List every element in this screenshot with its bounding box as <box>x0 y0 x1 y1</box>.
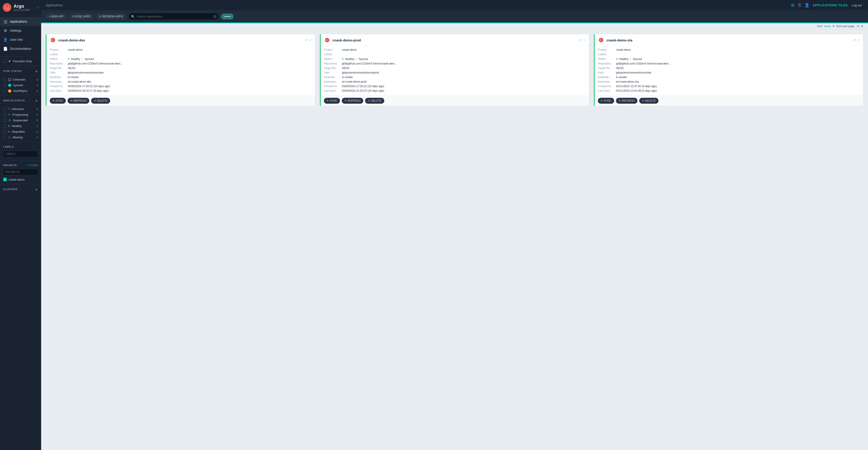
svg-text:A: A <box>52 39 53 41</box>
sidebar-logo-text: Argo v2.8.4+c279299 <box>13 4 30 11</box>
projects-clear-button[interactable]: ✕ CLEAR <box>27 164 38 167</box>
health-healthy-checkbox[interactable] <box>3 124 6 128</box>
card-row-dest-prod: Destinati... in-cluster <box>324 75 586 80</box>
logout-button[interactable]: Log out <box>850 3 864 8</box>
path-label-sta: Path: <box>598 71 616 74</box>
project-item-cnask-demo[interactable]: ✓ cnask-demo <box>0 176 41 182</box>
sidebar-item-user-info[interactable]: 👤 User Info <box>0 35 41 44</box>
delete-dev-label: DELETE <box>97 99 107 102</box>
app-card-cnask-demo-sta-header: A cnask-demo-sta ↗ ☆ <box>595 34 863 45</box>
health-filter-suspended[interactable]: ⏸ Suspended 0 <box>0 117 41 123</box>
health-filter-progressing[interactable]: ↻ Progressing 0 <box>0 112 41 117</box>
health-filter-unknown[interactable]: ? Unknown 0 <box>0 106 41 112</box>
path-value-sta: gitops/environments/envs/sta <box>616 71 651 74</box>
health-missing-label: Missing <box>13 136 33 139</box>
clear-label: CLEAR <box>30 164 38 167</box>
table-view-button[interactable]: ☰ <box>797 2 802 8</box>
actionbar: + NEW APP ↻ SYNC APPS ↻ REFRESH APPS 🔍 /… <box>41 11 868 22</box>
card-row-target-dev: Target Re.. HEAD <box>50 66 312 71</box>
items-per-page-value[interactable]: 10 <box>857 25 860 28</box>
user-view-button[interactable]: 👤 <box>804 2 810 8</box>
grid-view-button[interactable]: ⊞ <box>790 2 796 8</box>
open-app-dev-button[interactable]: ↗ <box>305 38 308 42</box>
clusters-header[interactable]: CLUSTERS ▲ <box>3 188 38 191</box>
labels-header[interactable]: LABELS <box>3 145 38 148</box>
health-progressing-checkbox[interactable] <box>3 113 6 116</box>
sort-value[interactable]: name <box>824 25 831 28</box>
sync-sta-button[interactable]: ↻ SYNC <box>598 98 614 104</box>
new-app-button[interactable]: + NEW APP <box>46 13 67 20</box>
refresh-dev-button[interactable]: ↻ REFRESH <box>68 98 89 104</box>
favorite-sta-button[interactable]: ☆ <box>857 38 860 42</box>
sidebar-item-user-info-label: User Info <box>10 38 23 41</box>
labels-label-prod: Labels: <box>324 53 342 56</box>
health-missing-checkbox[interactable] <box>3 136 6 139</box>
sync-outofsync-checkbox[interactable] <box>3 89 6 92</box>
refresh-sta-button[interactable]: ↻ REFRESH <box>616 98 638 104</box>
sync-filter-synced[interactable]: ✓ Synced 3 <box>0 82 41 88</box>
sync-prod-label: SYNC <box>330 99 337 102</box>
delete-sta-button[interactable]: ✕ DELETE <box>639 98 658 104</box>
sync-filter-outofsync[interactable]: ↑ OutOfSync 0 <box>0 88 41 94</box>
refresh-apps-button[interactable]: ↻ REFRESH APPS <box>96 13 126 20</box>
app-card-cnask-demo-dev-body: Project: cnask-demo Labels: Status: ♥ He… <box>46 45 315 95</box>
labels-section: LABELS <box>0 143 41 159</box>
items-per-page-label: Items per page: <box>836 25 855 28</box>
sync-synced-checkbox[interactable] <box>3 84 6 87</box>
health-filter-degraded[interactable]: ♥ Degraded 0 <box>0 129 41 135</box>
card-row-repo-dev: Repository: git@github.com:CGDevX-Demo/c… <box>50 61 312 66</box>
status-label-dev: Status: <box>50 57 68 60</box>
sidebar-item-settings[interactable]: ⚙ Settings <box>0 26 41 35</box>
sort-arrow-icon: ▼ <box>832 25 835 28</box>
delete-prod-button[interactable]: ✕ DELETE <box>365 98 384 104</box>
health-status-toggle-icon: ▲ <box>35 99 38 102</box>
health-unknown-checkbox[interactable] <box>3 108 6 111</box>
health-suspended-icon: ⏸ <box>8 119 11 122</box>
favorite-dev-button[interactable]: ☆ <box>309 38 312 42</box>
sidebar-item-applications[interactable]: ◫ Applications <box>0 17 41 26</box>
dest-value-sta: in-cluster <box>616 76 627 79</box>
project-label-sta: Project: <box>598 48 616 51</box>
namespace-filter-button[interactable]: ━━━━ <box>221 13 234 20</box>
sync-unknown-checkbox[interactable] <box>3 78 6 81</box>
card-row-dest-sta: Destinati... in-cluster <box>598 75 860 80</box>
health-filter-missing[interactable]: ⚠ Missing 0 <box>0 135 41 140</box>
open-app-sta-button[interactable]: ↗ <box>853 38 856 42</box>
sync-filter-unknown[interactable]: Unknown 0 <box>0 77 41 82</box>
project-cnask-demo-checkbox[interactable]: ✓ <box>3 178 7 181</box>
refresh-prod-icon: ↻ <box>344 99 347 102</box>
health-degraded-count: 0 <box>35 131 38 133</box>
search-wrapper: 🔍 / <box>128 13 219 20</box>
repo-label-sta: Repository: <box>598 62 616 65</box>
dest-label-sta: Destinati... <box>598 76 616 79</box>
card-row-lastsync-prod: Last Sync: 03/05/2024 21:03:37 (10 days … <box>324 88 586 93</box>
health-unknown-count: 0 <box>35 108 38 110</box>
refresh-prod-button[interactable]: ↻ REFRESH <box>342 98 363 104</box>
health-degraded-checkbox[interactable] <box>3 130 6 133</box>
favorite-prod-button[interactable]: ☆ <box>583 38 586 42</box>
health-status-header[interactable]: HEALTH STATUS ▲ <box>3 99 38 102</box>
favorites-filter[interactable]: ★ Favorites Only <box>0 58 41 64</box>
argo-logo-icon: 🐙 <box>3 3 11 12</box>
path-label-dev: Path: <box>50 71 68 74</box>
labels-input[interactable] <box>3 151 38 157</box>
delete-dev-button[interactable]: ✕ DELETE <box>91 98 110 104</box>
sync-status-header[interactable]: SYNC STATUS ▲ <box>3 69 38 73</box>
sync-prod-button[interactable]: ↻ SYNC <box>324 98 340 104</box>
sync-apps-button[interactable]: ↻ SYNC APPS <box>69 13 94 20</box>
card-row-ns-sta: Namespa... wl-cnask-demo-sta <box>598 80 860 84</box>
health-filter-healthy[interactable]: ♥ Healthy 3 <box>0 123 41 129</box>
target-value-sta: HEAD <box>616 66 623 70</box>
favorites-checkbox[interactable] <box>3 59 6 63</box>
projects-input[interactable] <box>3 169 38 175</box>
sync-dev-button[interactable]: ↻ SYNC <box>50 98 66 104</box>
health-missing-icon: ⚠ <box>8 136 11 139</box>
page-title: APPLICATIONS TILES <box>813 3 848 7</box>
health-status-filters: ? Unknown 0 ↻ Progressing 0 ⏸ Suspended … <box>0 106 41 140</box>
health-suspended-checkbox[interactable] <box>3 119 6 122</box>
card-row-target-sta: Target Re.. HEAD <box>598 66 860 71</box>
sidebar-item-documentation[interactable]: 📄 Documentation <box>0 44 41 53</box>
search-input[interactable] <box>128 13 219 20</box>
sidebar-collapse-button[interactable]: ‹ <box>37 5 38 9</box>
open-app-prod-button[interactable]: ↗ <box>579 38 582 42</box>
